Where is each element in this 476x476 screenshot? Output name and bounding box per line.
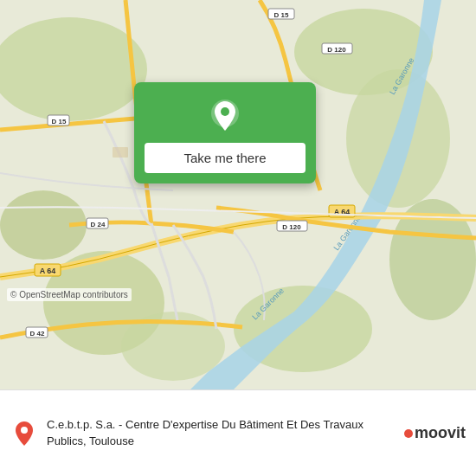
- take-me-there-button[interactable]: Take me there: [145, 143, 306, 173]
- place-pin-icon: [10, 420, 38, 447]
- popup-card: Take me there: [134, 82, 316, 183]
- map-background: La Garonne La Garonne A 64 A 64 D 15 D 1…: [0, 0, 476, 389]
- info-bar: C.e.b.t.p. S.a. - Centre D'expertise Du …: [0, 389, 476, 476]
- place-name: C.e.b.t.p. S.a. - Centre D'expertise Du …: [47, 417, 397, 448]
- svg-text:D 15: D 15: [274, 11, 289, 19]
- svg-point-37: [21, 427, 28, 434]
- svg-text:D 42: D 42: [30, 330, 45, 338]
- svg-text:D 15: D 15: [52, 118, 67, 125]
- svg-point-36: [221, 107, 229, 116]
- pin-icon: [207, 98, 243, 134]
- svg-text:A 64: A 64: [40, 267, 56, 275]
- svg-text:D 120: D 120: [282, 223, 301, 231]
- svg-text:D 120: D 120: [327, 46, 346, 54]
- map-attribution: © OpenStreetMap contributors: [7, 288, 132, 301]
- map-container: La Garonne La Garonne A 64 A 64 D 15 D 1…: [0, 0, 476, 389]
- svg-text:D 24: D 24: [91, 221, 106, 228]
- svg-rect-30: [113, 147, 128, 158]
- moovit-logo-text: moovit: [415, 424, 466, 442]
- moovit-logo: moovit: [404, 424, 466, 442]
- moovit-logo-dot: [404, 429, 413, 438]
